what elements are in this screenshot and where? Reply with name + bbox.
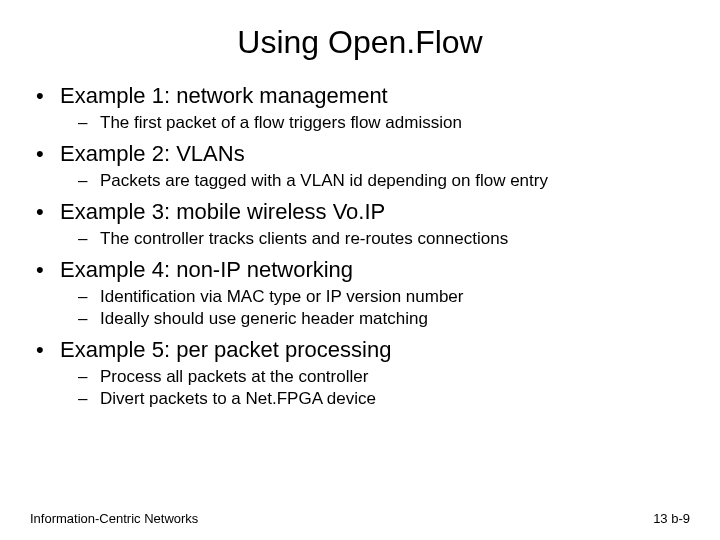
sub-label: Identification via MAC type or IP versio…	[100, 287, 463, 307]
bullet-icon: •	[36, 141, 60, 167]
list-item: • Example 5: per packet processing	[36, 337, 690, 363]
dash-icon: –	[78, 113, 100, 133]
item-label: Example 3: mobile wireless Vo.IP	[60, 199, 385, 225]
footer: Information-Centric Networks 13 b-9	[30, 511, 690, 526]
dash-icon: –	[78, 367, 100, 387]
sub-label: The first packet of a flow triggers flow…	[100, 113, 462, 133]
sub-label: Ideally should use generic header matchi…	[100, 309, 428, 329]
dash-icon: –	[78, 287, 100, 307]
slide-title: Using Open.Flow	[30, 24, 690, 61]
item-label: Example 5: per packet processing	[60, 337, 391, 363]
slide-content: • Example 1: network management – The fi…	[30, 83, 690, 409]
dash-icon: –	[78, 229, 100, 249]
bullet-icon: •	[36, 83, 60, 109]
footer-left: Information-Centric Networks	[30, 511, 198, 526]
sub-item: – Divert packets to a Net.FPGA device	[78, 389, 690, 409]
bullet-icon: •	[36, 337, 60, 363]
sub-item: – Identification via MAC type or IP vers…	[78, 287, 690, 307]
sub-item: – The first packet of a flow triggers fl…	[78, 113, 690, 133]
sub-label: Packets are tagged with a VLAN id depend…	[100, 171, 548, 191]
list-item: • Example 2: VLANs	[36, 141, 690, 167]
list-item: • Example 1: network management	[36, 83, 690, 109]
bullet-icon: •	[36, 257, 60, 283]
sub-item: – Ideally should use generic header matc…	[78, 309, 690, 329]
sub-item: – The controller tracks clients and re-r…	[78, 229, 690, 249]
slide: Using Open.Flow • Example 1: network man…	[0, 0, 720, 540]
list-item: • Example 3: mobile wireless Vo.IP	[36, 199, 690, 225]
dash-icon: –	[78, 389, 100, 409]
list-item: • Example 4: non-IP networking	[36, 257, 690, 283]
item-label: Example 1: network management	[60, 83, 388, 109]
sub-label: The controller tracks clients and re-rou…	[100, 229, 508, 249]
sub-item: – Packets are tagged with a VLAN id depe…	[78, 171, 690, 191]
bullet-icon: •	[36, 199, 60, 225]
sub-label: Divert packets to a Net.FPGA device	[100, 389, 376, 409]
sub-item: – Process all packets at the controller	[78, 367, 690, 387]
item-label: Example 2: VLANs	[60, 141, 245, 167]
sub-label: Process all packets at the controller	[100, 367, 368, 387]
dash-icon: –	[78, 309, 100, 329]
item-label: Example 4: non-IP networking	[60, 257, 353, 283]
dash-icon: –	[78, 171, 100, 191]
footer-right: 13 b-9	[653, 511, 690, 526]
